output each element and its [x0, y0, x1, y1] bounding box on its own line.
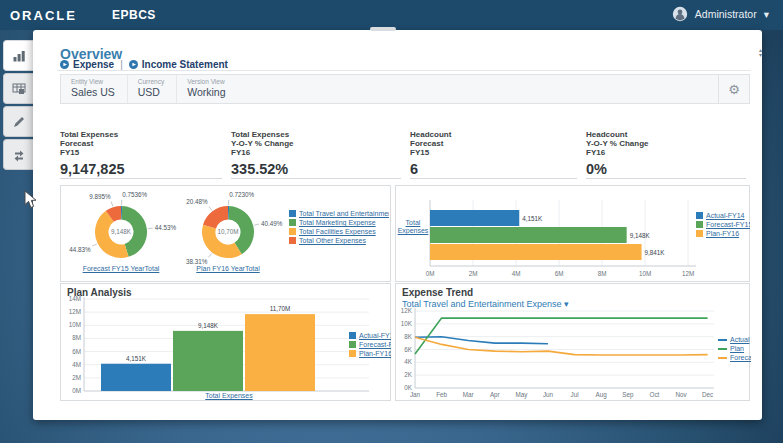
svg-text:4K: 4K — [404, 358, 413, 365]
svg-text:Nov: Nov — [675, 391, 687, 398]
legend-label: Total Marketing Expense — [299, 219, 376, 226]
svg-text:9.895%: 9.895% — [89, 193, 111, 200]
legend-label: Actual — [730, 336, 749, 343]
svg-text:6M: 6M — [72, 348, 81, 355]
donut1-title-link[interactable]: Forecast FY15 YearTotal — [71, 265, 171, 272]
legend-item[interactable]: Plan-FY16 — [696, 230, 750, 237]
caret-down-icon: ▾ — [764, 8, 769, 20]
svg-text:Jul: Jul — [571, 391, 579, 398]
mouse-cursor — [24, 190, 37, 209]
vbar-chart: 0M2M4M6M8M10M12M14M4,151K9,148K11,70M — [61, 284, 390, 400]
svg-text:May: May — [515, 391, 528, 399]
kpi-measure: Forecast — [60, 139, 222, 148]
vbar-legend: Actual-FY14Forecast-FY15Plan-FY16 — [349, 332, 391, 359]
vbar-category-link[interactable]: Total Expenses — [179, 392, 279, 399]
legend-item[interactable]: Total Facilities Expenses — [289, 228, 389, 235]
svg-text:Aug: Aug — [596, 391, 608, 399]
legend-item[interactable]: Forecast-FY15 — [696, 221, 750, 228]
pov-entity-label: Entity View — [71, 78, 115, 85]
svg-text:9,841K: 9,841K — [645, 249, 666, 256]
kpi-measure: Forecast — [410, 139, 577, 148]
svg-text:44.83%: 44.83% — [69, 246, 91, 253]
svg-text:40.49%: 40.49% — [261, 220, 283, 227]
pov-version-value[interactable]: Working — [187, 86, 225, 98]
svg-text:44.53%: 44.53% — [155, 224, 177, 231]
pov-bar: Entity View Sales US Currency USD Versio… — [60, 74, 750, 104]
tab-expense-label: Expense — [73, 59, 114, 70]
sidebar-tab-actions[interactable] — [3, 139, 34, 170]
gear-icon: ⚙ — [728, 82, 740, 97]
legend-item[interactable]: Actual-FY14 — [349, 332, 391, 339]
legend-item[interactable]: Total Marketing Expense — [289, 219, 389, 226]
svg-text:Feb: Feb — [436, 391, 447, 398]
kpi-period: FY16 — [231, 148, 401, 157]
legend-label: Total Facilities Expenses — [299, 228, 376, 235]
svg-text:9,148K: 9,148K — [198, 322, 219, 329]
sidebar-tab-forms[interactable] — [3, 73, 34, 104]
legend-marker — [696, 212, 703, 219]
pov-currency-value[interactable]: USD — [138, 86, 164, 98]
kpi-measure: Y-O-Y % Change — [586, 139, 746, 148]
svg-text:9,148K: 9,148K — [630, 232, 651, 239]
kpi-title: Total Expenses — [231, 130, 401, 139]
swap-arrows-icon — [12, 148, 26, 162]
svg-text:4M: 4M — [72, 361, 81, 368]
svg-text:11,70M: 11,70M — [270, 305, 291, 312]
pov-version[interactable]: Version View Working — [177, 75, 237, 103]
user-menu[interactable]: Administrator ▾ — [672, 6, 769, 22]
svg-text:Dec: Dec — [702, 391, 713, 398]
sidebar-tab-annotate[interactable] — [3, 106, 34, 137]
caret-down-icon: ▾ — [564, 299, 569, 309]
kpi-title: Headcount — [410, 130, 577, 139]
svg-text:2M: 2M — [72, 374, 81, 381]
svg-text:6M: 6M — [555, 270, 564, 277]
tab-income-statement[interactable]: Income Statement — [129, 59, 228, 70]
svg-text:Oct: Oct — [650, 391, 660, 398]
legend-item[interactable]: Total Other Expenses — [289, 237, 389, 244]
brush-icon — [12, 115, 26, 129]
legend-label: Actual-FY14 — [359, 332, 391, 339]
legend-item[interactable]: Actual — [718, 336, 751, 343]
svg-text:Mar: Mar — [463, 391, 474, 398]
tabs-divider — [57, 70, 751, 71]
legend-item[interactable]: Forecast-FY15 — [349, 341, 391, 348]
legend-label: Forecast-FY15 — [359, 341, 391, 348]
scroll-spinner[interactable]: ▴▾ — [759, 48, 762, 58]
trend-legend: ActualPlanForecast — [718, 336, 751, 363]
legend-item[interactable]: Total Travel and Entertainment Expense — [289, 210, 389, 217]
pov-settings-button[interactable]: ⚙ — [718, 75, 749, 103]
svg-text:10M: 10M — [69, 321, 81, 328]
trend-metric-dropdown[interactable]: Total Travel and Entertainment Expense ▾ — [402, 299, 569, 309]
kpi-period: FY16 — [586, 148, 746, 157]
legend-label: Forecast-FY15 — [706, 221, 750, 228]
legend-item[interactable]: Actual-FY14 — [696, 212, 750, 219]
app-header: ORACLE EPBCS Administrator ▾ — [0, 0, 783, 30]
pov-entity[interactable]: Entity View Sales US — [61, 75, 128, 103]
expense-trend-box: 0K2K4K6K8K10K12KJanFebMarAprMayJunJulAug… — [395, 283, 750, 401]
tab-separator: | — [120, 59, 123, 70]
svg-text:0.7230%: 0.7230% — [229, 191, 254, 198]
pov-entity-value[interactable]: Sales US — [71, 86, 115, 98]
svg-text:0.7536%: 0.7536% — [122, 191, 147, 198]
legend-item[interactable]: Plan — [718, 345, 751, 352]
legend-item[interactable]: Forecast — [718, 354, 751, 361]
pov-currency[interactable]: Currency USD — [128, 75, 177, 103]
svg-text:Sep: Sep — [622, 391, 634, 399]
legend-item[interactable]: Plan-FY16 — [349, 350, 391, 357]
svg-text:6K: 6K — [404, 346, 413, 353]
svg-text:Apr: Apr — [490, 391, 500, 399]
legend-marker — [718, 357, 727, 359]
sidebar-tab-dashboard[interactable] — [3, 40, 34, 71]
svg-text:10K: 10K — [401, 320, 413, 327]
donut2-title-link[interactable]: Plan FY16 YearTotal — [178, 265, 278, 272]
svg-text:12M: 12M — [69, 308, 81, 315]
svg-text:10M: 10M — [639, 270, 651, 277]
legend-label: Plan-FY16 — [706, 230, 739, 237]
svg-text:38.31%: 38.31% — [186, 258, 208, 265]
kpi-value: 335.52% — [231, 161, 401, 177]
tab-expense[interactable]: Expense — [60, 59, 114, 70]
legend-label: Actual-FY14 — [706, 212, 745, 219]
svg-text:4,151K: 4,151K — [126, 355, 147, 362]
svg-text:8M: 8M — [598, 270, 607, 277]
svg-text:0K: 0K — [404, 384, 413, 391]
